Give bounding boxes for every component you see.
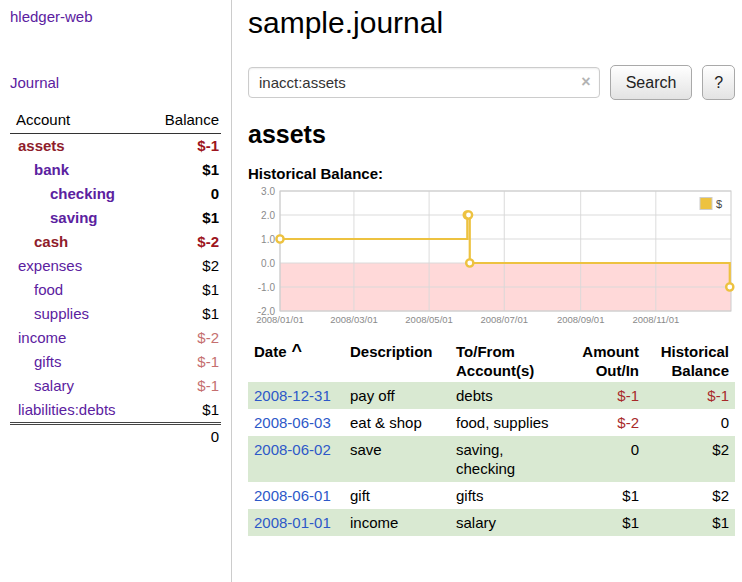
- register-balance: $-1: [645, 382, 735, 409]
- account-link[interactable]: cash: [34, 233, 68, 250]
- main-content: sample.journal × Search ? assets Histori…: [232, 6, 742, 536]
- register-accounts: salary: [450, 509, 562, 536]
- register-accounts: debts: [450, 382, 562, 409]
- register-header-accounts: To/FromAccount(s): [450, 340, 562, 382]
- register-amount: $1: [562, 482, 645, 509]
- historical-balance-chart: 3.02.01.00.0-1.0-2.02008/01/012008/03/01…: [248, 186, 737, 330]
- accounts-table: Account Balance assets $-1 bank $1 check…: [10, 108, 221, 449]
- account-balance: $-2: [144, 326, 221, 350]
- register-header-amount: AmountOut/In: [562, 340, 645, 382]
- register-balance: $2: [645, 482, 735, 509]
- account-row: liabilities:debts $1: [10, 398, 221, 424]
- svg-text:2008/11/01: 2008/11/01: [632, 314, 679, 325]
- account-link[interactable]: bank: [34, 161, 69, 178]
- account-link[interactable]: checking: [50, 185, 115, 202]
- svg-text:$: $: [716, 198, 722, 210]
- register-row: 2008-06-02 save saving, checking 0 $2: [248, 436, 735, 482]
- chart-title: Historical Balance:: [248, 165, 735, 182]
- register-accounts: food, supplies: [450, 409, 562, 436]
- svg-text:3.0: 3.0: [261, 186, 275, 197]
- account-link[interactable]: assets: [18, 137, 65, 154]
- register-header-date[interactable]: Date^: [248, 340, 344, 382]
- register-row: 2008-12-31 pay off debts $-1 $-1: [248, 382, 735, 409]
- accounts-total-row: 0: [10, 424, 221, 450]
- sidebar-nav: Journal: [10, 74, 221, 92]
- register-row: 2008-01-01 income salary $1 $1: [248, 509, 735, 536]
- register-table: Date^ Description To/FromAccount(s) Amou…: [248, 340, 735, 536]
- register-date-link[interactable]: 2008-12-31: [254, 387, 331, 404]
- app-brand: hledger-web: [10, 8, 221, 26]
- register-description: income: [344, 509, 450, 536]
- register-row: 2008-06-01 gift gifts $1 $2: [248, 482, 735, 509]
- search-button[interactable]: Search: [610, 65, 693, 100]
- account-balance: $2: [144, 254, 221, 278]
- accounts-header-account: Account: [10, 108, 144, 134]
- account-balance: 0: [144, 182, 221, 206]
- account-link[interactable]: food: [34, 281, 63, 298]
- register-accounts: saving, checking: [450, 436, 562, 482]
- register-description: pay off: [344, 382, 450, 409]
- register-date-link[interactable]: 2008-01-01: [254, 514, 331, 531]
- register-description: eat & shop: [344, 409, 450, 436]
- register-row: 2008-06-03 eat & shop food, supplies $-2…: [248, 409, 735, 436]
- account-heading: assets: [248, 120, 735, 149]
- account-balance: $1: [144, 302, 221, 326]
- app-title-link[interactable]: hledger-web: [10, 8, 93, 25]
- register-date-link[interactable]: 2008-06-03: [254, 414, 331, 431]
- account-link[interactable]: supplies: [34, 305, 89, 322]
- help-button[interactable]: ?: [702, 65, 735, 100]
- account-row: expenses $2: [10, 254, 221, 278]
- register-balance: $2: [645, 436, 735, 482]
- account-row: supplies $1: [10, 302, 221, 326]
- account-row: gifts $-1: [10, 350, 221, 374]
- account-link[interactable]: income: [18, 329, 66, 346]
- register-header-description: Description: [344, 340, 450, 382]
- account-row: checking 0: [10, 182, 221, 206]
- register-balance: $1: [645, 509, 735, 536]
- sidebar: hledger-web Journal Account Balance asse…: [0, 0, 232, 582]
- svg-text:1.0: 1.0: [261, 234, 275, 245]
- register-amount: $-1: [562, 382, 645, 409]
- account-row: food $1: [10, 278, 221, 302]
- account-link[interactable]: salary: [34, 377, 74, 394]
- search-form: × Search ?: [248, 65, 735, 100]
- register-balance: 0: [645, 409, 735, 436]
- register-description: save: [344, 436, 450, 482]
- register-header-balance: HistoricalBalance: [645, 340, 735, 382]
- register-accounts: gifts: [450, 482, 562, 509]
- account-balance: $-1: [144, 134, 221, 159]
- register-date-link[interactable]: 2008-06-01: [254, 487, 331, 504]
- account-row: saving $1: [10, 206, 221, 230]
- search-input[interactable]: [248, 67, 600, 98]
- svg-text:2008/01/01: 2008/01/01: [256, 314, 304, 325]
- journal-link[interactable]: Journal: [10, 74, 59, 91]
- account-row: salary $-1: [10, 374, 221, 398]
- account-balance: $-1: [144, 374, 221, 398]
- register-amount: $1: [562, 509, 645, 536]
- svg-text:2008/03/01: 2008/03/01: [330, 314, 378, 325]
- svg-text:0.0: 0.0: [261, 258, 275, 269]
- account-row: bank $1: [10, 158, 221, 182]
- account-link[interactable]: saving: [50, 209, 98, 226]
- account-row: assets $-1: [10, 134, 221, 159]
- register-date-link[interactable]: 2008-06-02: [254, 441, 331, 458]
- svg-text:2008/07/01: 2008/07/01: [480, 314, 528, 325]
- clear-search-icon[interactable]: ×: [581, 73, 590, 91]
- account-row: cash $-2: [10, 230, 221, 254]
- account-link[interactable]: expenses: [18, 257, 82, 274]
- svg-text:2008/09/01: 2008/09/01: [557, 314, 605, 325]
- svg-text:2.0: 2.0: [261, 210, 275, 221]
- svg-text:-1.0: -1.0: [258, 282, 276, 293]
- account-link[interactable]: liabilities:debts: [18, 401, 116, 418]
- account-balance: $1: [144, 398, 221, 424]
- register-description: gift: [344, 482, 450, 509]
- sort-ascending-icon: ^: [292, 341, 303, 361]
- accounts-header-balance: Balance: [144, 108, 221, 134]
- register-amount: 0: [562, 436, 645, 482]
- page-title: sample.journal: [248, 6, 735, 40]
- account-balance: $1: [144, 278, 221, 302]
- account-link[interactable]: gifts: [34, 353, 62, 370]
- account-balance: $1: [144, 206, 221, 230]
- search-box: ×: [248, 67, 600, 98]
- account-balance: $-1: [144, 350, 221, 374]
